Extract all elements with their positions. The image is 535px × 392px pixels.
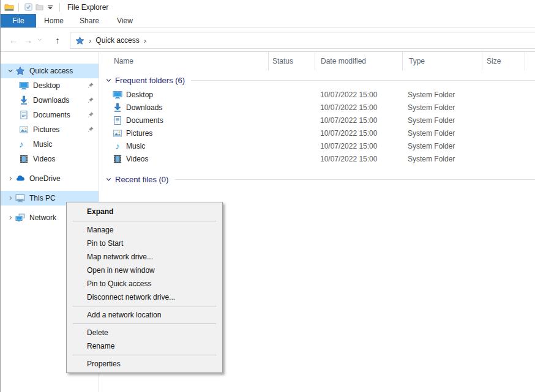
chevron-right-icon[interactable] [6, 195, 15, 201]
sidebar-item-music[interactable]: ♪ Music [1, 137, 99, 152]
back-icon[interactable]: ← [7, 35, 20, 45]
menu-separator [73, 324, 216, 324]
breadcrumb-chevron-icon[interactable]: › [89, 36, 91, 45]
forward-icon[interactable]: → [21, 35, 35, 45]
menu-item-disconnect-network-drive[interactable]: Disconnect network drive... [67, 290, 222, 304]
documents-icon [19, 110, 29, 120]
tab-view[interactable]: View [107, 14, 143, 28]
file-row-documents[interactable]: Documents 10/07/2022 15:00 System Folder [99, 114, 535, 127]
sidebar-item-desktop[interactable]: Desktop [1, 78, 99, 93]
chevron-down-icon[interactable] [6, 68, 15, 74]
column-header-size[interactable]: Size [482, 52, 525, 70]
file-date-modified: 10/07/2022 15:00 [315, 129, 402, 138]
desktop-icon [19, 81, 29, 91]
sidebar-item-label: Documents [33, 111, 70, 119]
file-type: System Folder [402, 103, 482, 112]
column-header-name[interactable]: Name [99, 52, 268, 70]
window-title: File Explorer [67, 3, 108, 12]
sidebar-item-label: Videos [33, 155, 55, 163]
customize-qat-icon[interactable] [45, 2, 56, 13]
file-row-pictures[interactable]: Pictures 10/07/2022 15:00 System Folder [99, 127, 535, 139]
quick-access-star-icon [15, 66, 25, 76]
column-headers: Name Status Date modified Type Size [99, 52, 535, 70]
downloads-icon [113, 103, 122, 113]
pin-icon[interactable] [87, 97, 94, 104]
breadcrumb-chevron-icon[interactable]: › [144, 36, 146, 45]
file-type: System Folder [402, 142, 482, 150]
file-type: System Folder [402, 155, 482, 163]
file-row-music[interactable]: ♪ Music 10/07/2022 15:00 System Folder [99, 139, 535, 152]
group-header-rule [191, 80, 535, 81]
sidebar-item-documents[interactable]: Documents [1, 108, 99, 122]
frequent-folders-list: Desktop 10/07/2022 15:00 System Folder D… [99, 88, 535, 165]
menu-separator [73, 306, 216, 306]
group-header-rule [174, 179, 535, 180]
menu-item-manage[interactable]: Manage [67, 223, 222, 237]
network-icon [15, 213, 25, 223]
sidebar-item-label: Desktop [33, 81, 60, 90]
videos-icon [19, 154, 29, 164]
tab-share[interactable]: Share [72, 14, 107, 28]
music-icon: ♪ [19, 139, 29, 149]
qat-separator [18, 3, 19, 12]
sidebar-group-gap [1, 166, 99, 171]
column-header-type[interactable]: Type [402, 52, 482, 70]
menu-item-delete[interactable]: Delete [67, 326, 222, 339]
tab-home[interactable]: Home [36, 14, 72, 28]
ribbon-tabs: File Home Share View [1, 14, 535, 28]
file-date-modified: 10/07/2022 15:00 [315, 103, 402, 112]
this-pc-icon [15, 193, 25, 203]
properties-icon[interactable] [23, 2, 34, 13]
tab-file[interactable]: File [1, 14, 36, 28]
file-name: Pictures [126, 129, 152, 138]
chevron-right-icon[interactable] [6, 215, 15, 221]
sidebar-item-downloads[interactable]: Downloads [1, 93, 99, 108]
file-date-modified: 10/07/2022 15:00 [315, 155, 402, 163]
file-row-videos[interactable]: Videos 10/07/2022 15:00 System Folder [99, 152, 535, 165]
sidebar-item-quick-access[interactable]: Quick access [1, 64, 99, 78]
group-header-label: Recent files (0) [115, 175, 168, 184]
menu-item-properties[interactable]: Properties [67, 357, 222, 371]
file-type: System Folder [402, 91, 482, 99]
sidebar-item-label: OneDrive [29, 174, 61, 183]
group-header-frequent-folders[interactable]: Frequent folders (6) [99, 73, 535, 87]
column-header-status[interactable]: Status [268, 52, 315, 70]
file-name: Videos [126, 155, 148, 163]
sidebar-item-pictures[interactable]: Pictures [1, 122, 99, 137]
sidebar-item-label: Music [33, 140, 52, 149]
menu-item-pin-to-start[interactable]: Pin to Start [67, 237, 222, 250]
group-header-label: Frequent folders (6) [115, 76, 185, 85]
menu-item-add-network-location[interactable]: Add a network location [67, 308, 222, 322]
documents-icon [113, 116, 122, 125]
menu-item-expand[interactable]: Expand [67, 204, 222, 219]
title-bar: File Explorer [1, 0, 535, 14]
menu-item-rename[interactable]: Rename [67, 339, 222, 353]
menu-item-open-in-new-window[interactable]: Open in new window [67, 264, 222, 277]
menu-item-pin-to-quick-access[interactable]: Pin to Quick access [67, 277, 222, 290]
file-type: System Folder [402, 129, 482, 138]
column-header-date-modified[interactable]: Date modified [315, 52, 402, 70]
file-row-desktop[interactable]: Desktop 10/07/2022 15:00 System Folder [99, 88, 535, 101]
recent-locations-chevron-icon[interactable] [36, 37, 43, 42]
chevron-down-icon[interactable] [104, 176, 113, 183]
address-bar[interactable]: › Quick access › [70, 32, 535, 49]
file-name: Desktop [126, 91, 153, 99]
new-folder-icon[interactable] [34, 2, 45, 13]
pin-icon[interactable] [87, 82, 94, 89]
breadcrumb-root[interactable]: Quick access [95, 36, 139, 45]
sidebar-item-label: Pictures [33, 125, 59, 134]
menu-item-map-network-drive[interactable]: Map network drive... [67, 250, 222, 264]
sidebar-item-label: Network [29, 213, 56, 222]
sidebar-item-onedrive[interactable]: OneDrive [1, 171, 99, 186]
sidebar-item-videos[interactable]: Videos [1, 152, 99, 166]
chevron-right-icon[interactable] [6, 176, 15, 182]
videos-icon [113, 154, 122, 164]
up-icon[interactable]: ↑ [51, 35, 64, 45]
chevron-down-icon[interactable] [104, 77, 113, 84]
group-header-recent-files[interactable]: Recent files (0) [99, 172, 535, 186]
pin-icon[interactable] [87, 111, 94, 119]
pin-icon[interactable] [87, 126, 94, 133]
qat-separator [59, 3, 60, 12]
file-row-downloads[interactable]: Downloads 10/07/2022 15:00 System Folder [99, 101, 535, 114]
sidebar-item-label: Downloads [33, 96, 69, 105]
